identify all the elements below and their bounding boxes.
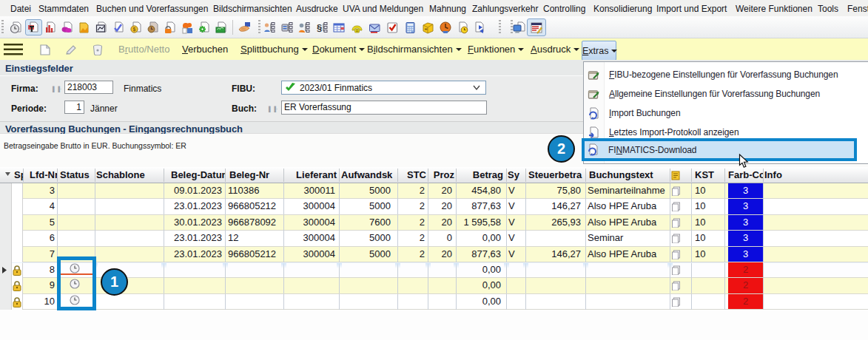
svg-text:$: $ xyxy=(133,27,136,33)
svg-text:§: § xyxy=(317,22,322,33)
